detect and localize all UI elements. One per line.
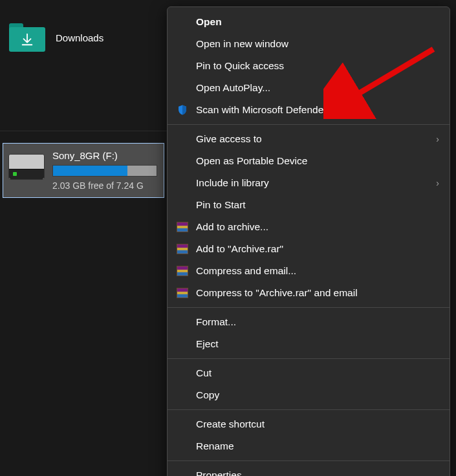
shield-icon xyxy=(177,103,188,116)
menu-item[interactable]: Pin to Quick access xyxy=(168,55,450,77)
menu-item[interactable]: Compress to "Archive.rar" and email xyxy=(168,282,450,304)
context-menu: OpenOpen in new windowPin to Quick acces… xyxy=(167,6,450,476)
winrar-icon xyxy=(177,244,188,254)
menu-item-label: Create shortcut xyxy=(196,418,439,430)
menu-separator xyxy=(168,124,450,125)
menu-item-label: Pin to Quick access xyxy=(196,60,439,72)
menu-item[interactable]: Scan with Microsoft Defender... xyxy=(168,99,450,121)
menu-item-label: Properties xyxy=(196,470,439,476)
menu-item-label: Open AutoPlay... xyxy=(196,82,439,94)
menu-item-iconcol xyxy=(177,222,196,232)
menu-item-iconcol xyxy=(177,288,196,298)
menu-item-label: Scan with Microsoft Defender... xyxy=(196,104,439,116)
menu-item-iconcol xyxy=(177,244,196,254)
menu-separator xyxy=(168,307,450,308)
menu-item[interactable]: Open xyxy=(168,11,450,33)
menu-item[interactable]: Compress and email... xyxy=(168,260,450,282)
menu-item-label: Open as Portable Device xyxy=(196,155,439,167)
menu-item[interactable]: Include in library› xyxy=(168,172,450,194)
menu-item[interactable]: Give access to› xyxy=(168,128,450,150)
menu-item-label: Include in library xyxy=(196,177,436,189)
menu-item-label: Cut xyxy=(196,367,439,379)
winrar-icon xyxy=(177,222,188,232)
menu-item-label: Add to archive... xyxy=(196,221,439,233)
drive-item-selected[interactable]: Sony_8GR (F:) 2.03 GB free of 7.24 G xyxy=(3,143,164,198)
menu-separator xyxy=(168,358,450,359)
folder-item-downloads[interactable]: Downloads xyxy=(0,0,167,60)
menu-item[interactable]: Cut xyxy=(168,362,450,384)
drive-info: Sony_8GR (F:) 2.03 GB free of 7.24 G xyxy=(52,150,157,191)
menu-item-label: Open xyxy=(196,16,439,28)
menu-item-label: Format... xyxy=(196,316,439,328)
menu-item[interactable]: Add to "Archive.rar" xyxy=(168,238,450,260)
explorer-pane: Downloads Sony_8GR (F:) 2.03 GB free of … xyxy=(0,0,167,198)
menu-item[interactable]: Properties xyxy=(168,464,450,476)
menu-separator xyxy=(168,409,450,410)
menu-item-label: Copy xyxy=(196,389,439,401)
divider xyxy=(0,131,167,131)
chevron-right-icon: › xyxy=(436,134,439,144)
menu-item[interactable]: Pin to Start xyxy=(168,194,450,216)
winrar-icon xyxy=(177,266,188,276)
menu-item[interactable]: Add to archive... xyxy=(168,216,450,238)
menu-item-label: Open in new window xyxy=(196,38,439,50)
menu-item-label: Eject xyxy=(196,338,439,350)
menu-item-label: Give access to xyxy=(196,133,436,145)
menu-item-iconcol xyxy=(177,103,196,116)
drive-name: Sony_8GR (F:) xyxy=(52,150,157,161)
menu-item[interactable]: Format... xyxy=(168,311,450,333)
menu-item-label: Pin to Start xyxy=(196,199,439,211)
menu-item[interactable]: Copy xyxy=(168,384,450,406)
download-arrow-icon xyxy=(20,32,34,47)
menu-item-label: Add to "Archive.rar" xyxy=(196,243,439,255)
drive-free-text: 2.03 GB free of 7.24 G xyxy=(52,180,157,191)
menu-item-label: Rename xyxy=(196,440,439,452)
menu-separator xyxy=(168,460,450,461)
menu-item[interactable]: Rename xyxy=(168,435,450,457)
chevron-right-icon: › xyxy=(436,178,439,188)
menu-item-label: Compress and email... xyxy=(196,265,439,277)
winrar-icon xyxy=(177,288,188,298)
folder-label: Downloads xyxy=(56,32,103,43)
menu-item[interactable]: Open in new window xyxy=(168,33,450,55)
menu-item[interactable]: Create shortcut xyxy=(168,413,450,435)
menu-item[interactable]: Open AutoPlay... xyxy=(168,77,450,99)
menu-item[interactable]: Open as Portable Device xyxy=(168,150,450,172)
folder-icon xyxy=(9,23,45,52)
menu-item-iconcol xyxy=(177,266,196,276)
drive-usage-bar xyxy=(52,165,157,177)
drive-icon xyxy=(8,154,45,180)
menu-item[interactable]: Eject xyxy=(168,333,450,355)
drive-usage-fill xyxy=(53,166,127,176)
menu-item-label: Compress to "Archive.rar" and email xyxy=(196,287,439,299)
